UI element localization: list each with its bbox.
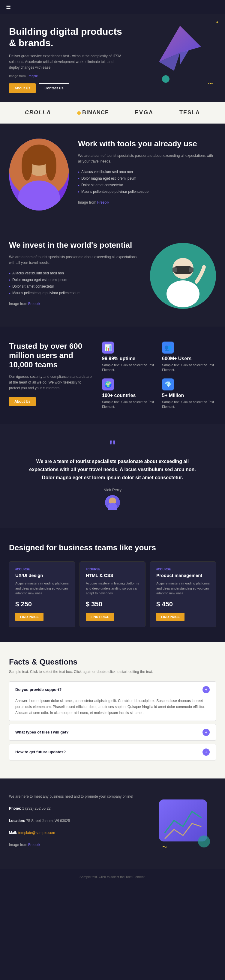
stat-million-desc[interactable]: Sample text. Click to select the Text El… — [162, 399, 216, 409]
stat-users-value: 600M+ Users — [162, 356, 216, 361]
brands-section: CROLLA ◆BINANCE EVGA TESLA — [0, 102, 225, 124]
svg-rect-13 — [189, 267, 193, 272]
invest-freepik-link[interactable]: Freepik — [28, 302, 40, 306]
invest-image — [150, 243, 216, 309]
svg-point-8 — [46, 151, 56, 181]
stat-uptime-desc[interactable]: Sample text. Click to select the Text El… — [102, 363, 156, 372]
stat-countries-desc[interactable]: Sample text. Click to select the Text El… — [102, 399, 156, 409]
faq-item-0: Do you provide support? + Answer: Lorem … — [9, 681, 216, 721]
contact-intro: We are here to meet any business need an… — [9, 794, 141, 799]
users-icon: 👥 — [162, 342, 174, 353]
bullet-item: A lacus vestibulum sed arcu non — [78, 169, 216, 175]
invest-title: We invest in the world's potential — [9, 240, 141, 250]
faq-toggle-1[interactable]: + — [203, 729, 210, 736]
hamburger-menu[interactable]: ☰ — [6, 3, 11, 10]
trusted-title: Trusted by over 600 million users and 10… — [9, 342, 93, 369]
about-us-button[interactable]: About Us — [9, 83, 36, 93]
faq-title: Facts & Questions — [9, 657, 216, 667]
course-btn-2[interactable]: FIND PRICE — [156, 612, 185, 621]
bullet-item: Dolor sit amet consectetur — [9, 283, 141, 290]
svg-point-18 — [198, 835, 210, 848]
course-tag-2: #COURSE — [156, 568, 210, 571]
faq-answer-0: Answer: Lorem ipsum dolor sit amet, cons… — [9, 698, 216, 721]
contact-location: Location: 75 Street Janum, WI 63025 — [9, 818, 141, 824]
stat-uptime-value: 99.99% uptime — [102, 356, 156, 361]
stat-users: 👥 600M+ Users Sample text. Click to sele… — [162, 342, 216, 372]
work-tools-freepik-link[interactable]: Freepik — [97, 200, 109, 205]
work-tools-bullets: A lacus vestibulum sed arcu non Dolor ma… — [78, 169, 216, 195]
course-desc-0: Acquire mastery in leading platforms and… — [15, 581, 69, 596]
hero-description: Deliver great service experiences fast -… — [9, 53, 123, 71]
faq-question-1[interactable]: What types of files I will get? + — [9, 724, 216, 740]
brand-binance: ◆BINANCE — [77, 110, 109, 116]
bullet-item: Dolor magna eget est lorem ipsum — [9, 277, 141, 283]
stat-million: 💎 5+ Million Sample text. Click to selec… — [162, 379, 216, 409]
trusted-section: Trusted by over 600 million users and 10… — [0, 326, 225, 424]
course-price-0: $ 250 — [15, 600, 69, 608]
course-tag-1: #COURSE — [86, 568, 139, 571]
stat-users-desc[interactable]: Sample text. Click to select the Text El… — [162, 363, 216, 372]
contact-graphic: 〜 — [150, 794, 216, 853]
hero-section: Building digital products & brands. Deli… — [0, 14, 225, 102]
contact-mail: Mail: template@sample.com — [9, 830, 141, 836]
contact-mail-link[interactable]: template@sample.com — [18, 830, 55, 835]
trusted-stats: 📊 99.99% uptime Sample text. Click to se… — [102, 342, 216, 409]
quote-mark: " — [24, 442, 201, 451]
course-title-2: Product management — [156, 573, 210, 578]
footer-text[interactable]: Sample text. Click to select the Text El… — [9, 875, 216, 879]
invest-section: We invest in the world's potential We ar… — [0, 226, 225, 326]
countries-icon: 🌍 — [102, 379, 114, 390]
contact-content: We are here to meet any business need an… — [9, 794, 141, 854]
invest-description: We are a team of tourist specialists pas… — [9, 254, 141, 266]
quote-text[interactable]: We are a team of tourist specialists pas… — [24, 457, 201, 482]
course-btn-1[interactable]: FIND PRICE — [86, 612, 114, 621]
footer: Sample text. Click to select the Text El… — [0, 869, 225, 885]
course-card-1: #COURSE HTML & CSS Acquire mastery in le… — [80, 562, 145, 627]
work-tools-title: Work with tools you already use — [78, 139, 216, 148]
hero-buttons: About Us Contact Us — [9, 83, 123, 93]
hero-title: Building digital products & brands. — [9, 26, 123, 49]
work-tools-description: We are a team of tourist specialists pas… — [78, 153, 216, 164]
quote-section: " We are a team of tourist specialists p… — [0, 424, 225, 528]
course-card-2: #COURSE Product management Acquire maste… — [150, 562, 216, 627]
faq-toggle-2[interactable]: + — [203, 748, 210, 756]
faq-toggle-0[interactable]: + — [203, 686, 210, 693]
bullet-item: Dolor magna eget est lorem ipsum — [78, 175, 216, 182]
svg-point-14 — [166, 280, 199, 307]
contact-us-button[interactable]: Contact Us — [39, 83, 69, 93]
faq-intro[interactable]: Sample text. Click to select the text bo… — [9, 670, 216, 674]
navigation: ☰ — [0, 0, 225, 14]
quote-author: Nick Perry — [24, 488, 201, 492]
course-btn-0[interactable]: FIND PRICE — [15, 612, 43, 621]
invest-content: We invest in the world's potential We ar… — [9, 240, 141, 312]
trusted-about-button[interactable]: About Us — [9, 397, 36, 406]
course-price-1: $ 350 — [86, 600, 139, 608]
faq-question-text-0: Do you provide support? — [15, 687, 62, 692]
work-tools-image — [9, 138, 69, 210]
svg-point-16 — [108, 503, 117, 510]
trusted-content: Trusted by over 600 million users and 10… — [9, 342, 93, 409]
work-tools-image-credit: Image from Freepik — [78, 200, 216, 205]
brand-tesla: TESLA — [179, 110, 200, 116]
hero-image-credit: Image from Freepik — [9, 73, 123, 79]
course-card-0: #COURSE UX/UI design Acquire mastery in … — [9, 562, 75, 627]
svg-point-7 — [22, 151, 32, 181]
contact-phone: Phone: 1 (232) 252 55 22 — [9, 805, 141, 811]
course-title-1: HTML & CSS — [86, 573, 139, 578]
svg-text:〜: 〜 — [162, 844, 168, 850]
million-icon: 💎 — [162, 379, 174, 390]
trusted-description: Our rigorous security and compliance sta… — [9, 374, 93, 391]
bullet-item: Mauris pellentesque pulvinar pellentesqu… — [78, 189, 216, 195]
person-avatar — [9, 138, 69, 210]
bullet-item: A lacus vestibulum sed arcu non — [9, 270, 141, 277]
hero-visual: 〜 ✦ — [153, 20, 219, 86]
faq-item-2: How to get future updates? + — [9, 744, 216, 760]
faq-question-2[interactable]: How to get future updates? + — [9, 744, 216, 760]
hero-content: Building digital products & brands. Deli… — [9, 26, 123, 93]
faq-question-0[interactable]: Do you provide support? + — [9, 682, 216, 698]
hero-freepik-link[interactable]: Freepik — [27, 74, 38, 78]
course-price-2: $ 450 — [156, 600, 210, 608]
quote-avatar — [105, 495, 120, 510]
work-tools-section: Work with tools you already use We are a… — [0, 124, 225, 226]
contact-freepik-link[interactable]: Freepik — [28, 843, 40, 847]
